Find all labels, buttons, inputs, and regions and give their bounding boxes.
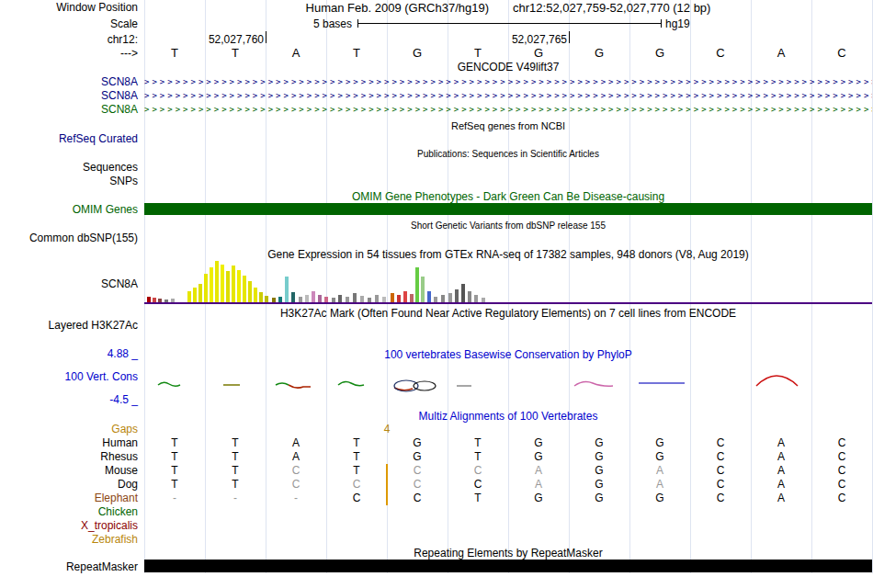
phylop-max-value: 4.88 _ xyxy=(0,347,138,360)
alignment-base: A xyxy=(266,450,326,464)
alignment-base: G xyxy=(569,478,629,492)
phylop-mark xyxy=(289,385,311,388)
alignment-base: G xyxy=(508,492,569,505)
gencode-gene-label[interactable]: SCN8A xyxy=(0,75,138,88)
gtex-tissue-bar xyxy=(312,291,315,302)
gencode-transcript-line[interactable]: >>>>>>>>>>>>>>>>>>>>>>>>>>>>>>>>>>>>>>>>… xyxy=(144,89,872,103)
ruler-base: G xyxy=(508,46,569,60)
dna-sequence-row: TTATGTGGGCAC xyxy=(144,46,872,60)
gtex-tissue-bar xyxy=(237,270,241,302)
multiz-alignment-row-dog[interactable]: TTCCCCAGACAC xyxy=(144,478,872,492)
gtex-tissue-bar xyxy=(232,266,235,302)
multiz-species-label[interactable]: X_tropicalis xyxy=(0,519,138,532)
gtex-baseline xyxy=(144,302,872,304)
gtex-tissue-bar xyxy=(353,293,357,302)
multiz-alignment-row-human[interactable]: TTATGTGGGCAC xyxy=(144,436,872,450)
phylop-mark xyxy=(158,382,180,386)
gtex-tissue-bar xyxy=(204,274,208,302)
alignment-base: C xyxy=(448,464,508,478)
alignment-base: T xyxy=(205,464,266,478)
h3k27ac-label[interactable]: Layered H3K27Ac xyxy=(0,319,138,332)
gtex-tissue-bar xyxy=(259,292,263,302)
gtex-tissue-bar xyxy=(248,281,252,302)
gtex-tissue-bar xyxy=(291,292,295,302)
alignment-base: C xyxy=(387,492,448,505)
gtex-tissue-bar xyxy=(187,291,191,302)
gencode-gene-label[interactable]: SCN8A xyxy=(0,103,138,116)
multiz-species-label[interactable]: Dog xyxy=(0,478,138,491)
multiz-species-label[interactable]: Gaps xyxy=(0,423,138,435)
alignment-base: T xyxy=(448,492,508,505)
refseq-curated-label[interactable]: RefSeq Curated xyxy=(0,132,138,145)
alignment-base: G xyxy=(387,436,448,450)
sequences-label[interactable]: Sequences xyxy=(0,161,138,174)
alignment-base: T xyxy=(144,450,205,464)
publications-title[interactable]: Publications: Sequences in Scientific Ar… xyxy=(144,148,872,161)
alignment-base: T xyxy=(205,436,266,450)
multiz-species-label[interactable]: Rhesus xyxy=(0,450,138,463)
omim-genes-label[interactable]: OMIM Genes xyxy=(0,203,138,216)
refseq-title[interactable]: RefSeq genes from NCBI xyxy=(144,119,872,132)
multiz-alignment-row-elephant[interactable]: ---CCTGGGCAC xyxy=(144,492,872,505)
repeatmasker-label[interactable]: RepeatMasker xyxy=(0,560,138,573)
gtex-tissue-bar xyxy=(441,295,445,302)
multiz-alignment-row-chicken[interactable] xyxy=(144,505,872,519)
alignment-base: C xyxy=(266,478,326,492)
ruler-base: C xyxy=(811,46,872,60)
dbsnp-label[interactable]: Common dbSNP(155) xyxy=(0,232,138,244)
gtex-tissue-bar xyxy=(215,261,219,302)
alignment-base: G xyxy=(569,464,629,478)
multiz-title[interactable]: Multiz Alignments of 100 Vertebrates xyxy=(144,410,872,423)
ruler-tick-label: 52,027,760 xyxy=(172,33,264,46)
assembly-position-line: Human Feb. 2009 (GRCh37/hg19) chr12:52,0… xyxy=(144,1,872,15)
repeatmasker-track-bar[interactable] xyxy=(144,560,872,572)
ruler-tick-label: 52,027,765 xyxy=(475,33,567,46)
gtex-tissue-bar xyxy=(226,271,230,302)
gtex-gene-label[interactable]: SCN8A xyxy=(0,277,138,290)
gtex-expression-barchart[interactable] xyxy=(144,261,872,302)
alignment-base: C xyxy=(387,464,448,478)
alignment-base: A xyxy=(751,450,811,464)
phylop-track-label[interactable]: 100 Vert. Cons xyxy=(0,370,138,383)
multiz-alignment-row-gaps[interactable] xyxy=(144,423,872,436)
gtex-tissue-bar xyxy=(421,277,425,302)
gtex-tissue-bar xyxy=(210,267,213,302)
multiz-species-label[interactable]: Mouse xyxy=(0,464,138,477)
alignment-base: C xyxy=(326,492,387,505)
gtex-tissue-bar xyxy=(375,295,379,302)
multiz-species-label[interactable]: Zebrafish xyxy=(0,533,138,546)
phylop-mark xyxy=(338,381,364,385)
gencode-transcript-line[interactable]: >>>>>>>>>>>>>>>>>>>>>>>>>>>>>>>>>>>>>>>>… xyxy=(144,75,872,89)
multiz-alignment-row-rhesus[interactable]: TTATGTGGGCAC xyxy=(144,450,872,464)
alignment-base: C xyxy=(811,478,872,492)
multiz-alignment-row-zebrafish[interactable] xyxy=(144,533,872,547)
gencode-title[interactable]: GENCODE V49lift37 xyxy=(144,61,872,74)
phylop-conservation-wiggle[interactable] xyxy=(144,354,872,407)
gencode-gene-label[interactable]: SCN8A xyxy=(0,89,138,102)
omim-title[interactable]: OMIM Gene Phenotypes - Dark Green Can Be… xyxy=(144,190,872,203)
alignment-base: T xyxy=(144,478,205,492)
gtex-tissue-bar xyxy=(265,296,268,302)
multiz-alignment-row-mouse[interactable]: TTCTCCAGACAC xyxy=(144,464,872,478)
phylop-mark xyxy=(756,376,798,386)
dbsnp-title[interactable]: Short Genetic Variants from dbSNP releas… xyxy=(144,220,872,232)
gtex-tissue-bar xyxy=(403,291,407,302)
multiz-species-label[interactable]: Elephant xyxy=(0,492,138,504)
gtex-tissue-bar xyxy=(410,294,414,302)
omim-genes-track-bar[interactable] xyxy=(144,203,872,215)
ruler-base: T xyxy=(144,46,205,60)
multiz-species-label[interactable]: Human xyxy=(0,436,138,449)
gtex-tissue-bar xyxy=(397,295,401,302)
ruler-tick-mark xyxy=(266,31,266,43)
alignment-base: C xyxy=(811,492,872,505)
alignment-base: C xyxy=(811,436,872,450)
repeatmasker-title[interactable]: Repeating Elements by RepeatMasker xyxy=(144,547,872,560)
multiz-species-label[interactable]: Chicken xyxy=(0,505,138,518)
gencode-transcript-line[interactable]: >>>>>>>>>>>>>>>>>>>>>>>>>>>>>>>>>>>>>>>>… xyxy=(144,103,872,117)
gtex-tissue-bar xyxy=(305,295,309,302)
snps-label[interactable]: SNPs xyxy=(0,175,138,187)
multiz-alignment-row-x-tropicalis[interactable] xyxy=(144,519,872,533)
h3k27ac-title[interactable]: H3K27Ac Mark (Often Found Near Active Re… xyxy=(144,307,872,320)
alignment-base: C xyxy=(811,450,872,464)
gtex-title[interactable]: Gene Expression in 54 tissues from GTEx … xyxy=(144,248,872,261)
